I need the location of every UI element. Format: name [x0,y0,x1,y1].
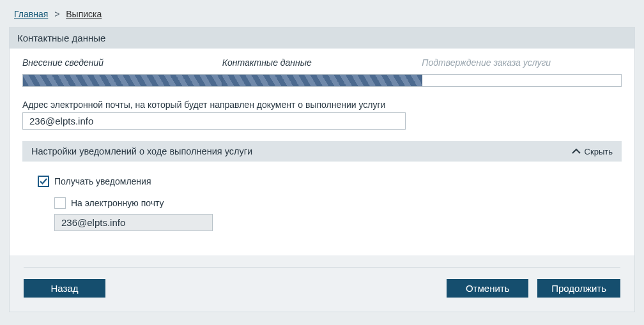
progress-segment-3 [422,75,621,86]
receive-notifications-checkbox[interactable] [38,176,49,187]
notifications-body: Получать уведомления На электронную почт… [22,162,622,249]
step-2: Контактные данные [222,57,422,68]
continue-button[interactable]: Продолжить [537,279,620,298]
panel-title: Контактные данные [10,27,634,49]
wizard-steps: Внесение сведений Контактные данные Подт… [22,57,622,68]
breadcrumb-separator: > [54,9,59,19]
cancel-button[interactable]: Отменить [447,279,528,298]
breadcrumb: Главная > Выписка [9,6,635,27]
main-panel: Контактные данные Внесение сведений Конт… [9,27,635,312]
step-1: Внесение сведений [22,57,222,68]
progress-segment-1 [23,75,222,86]
via-email-checkbox[interactable] [54,197,66,209]
progress-segment-2 [222,75,422,86]
notification-email-readonly: 236@elpts.info [54,214,213,231]
receive-notifications-label: Получать уведомления [54,176,151,186]
collapse-label: Скрыть [585,147,613,156]
breadcrumb-home-link[interactable]: Главная [14,9,48,19]
chevron-up-icon [572,148,581,155]
divider [24,267,620,268]
email-input[interactable] [22,112,406,130]
check-icon [40,178,47,185]
email-label: Адрес электронной почты, на который буде… [22,100,622,110]
notifications-title: Настройки уведомлений о ходе выполнения … [31,146,252,156]
breadcrumb-current: Выписка [66,9,102,19]
collapse-toggle[interactable]: Скрыть [572,147,613,156]
back-button[interactable]: Назад [24,279,105,298]
step-3: Подтверждение заказа услуги [422,57,622,68]
footer: Назад Отменить Продолжить [10,255,634,312]
notifications-header: Настройки уведомлений о ходе выполнения … [22,141,622,162]
via-email-label: На электронную почту [71,198,164,208]
progress-bar [22,74,622,87]
